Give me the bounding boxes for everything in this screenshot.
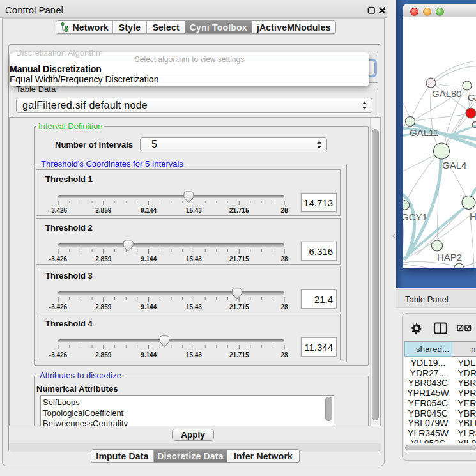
svg-text:GCY1: GCY1 (403, 211, 427, 222)
svg-text:HAP2: HAP2 (437, 252, 462, 263)
svg-text:GAL4: GAL4 (442, 160, 466, 171)
svg-text:CY: CY (472, 119, 476, 130)
svg-text:HA: HA (470, 211, 476, 222)
svg-text:GAL11: GAL11 (410, 127, 439, 138)
svg-text:GAL80: GAL80 (432, 88, 462, 99)
svg-text:GA: GA (468, 92, 476, 103)
